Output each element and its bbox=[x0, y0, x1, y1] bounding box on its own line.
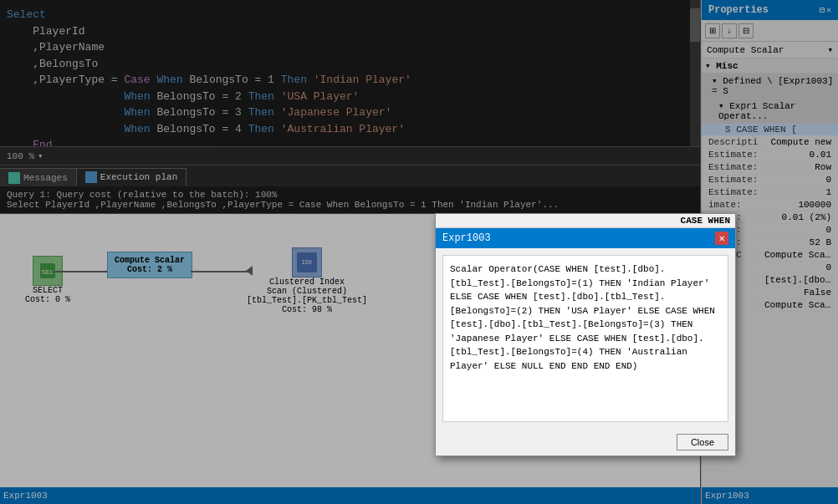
modal-close-x-button[interactable]: ✕ bbox=[715, 232, 728, 245]
modal-overlay: CASE WHEN Expr1003 ✕ Scalar Operator(CAS… bbox=[0, 0, 838, 504]
modal-title: Expr1003 bbox=[442, 232, 491, 244]
modal-title-bar: Expr1003 ✕ bbox=[436, 228, 735, 248]
modal-close-button[interactable]: Close bbox=[677, 434, 728, 451]
case-when-label: CASE WHEN bbox=[681, 216, 730, 226]
modal-footer: Close bbox=[436, 429, 735, 456]
modal-body: Scalar Operator(CASE WHEN [test].[dbo].[… bbox=[442, 255, 728, 422]
expr-modal: CASE WHEN Expr1003 ✕ Scalar Operator(CAS… bbox=[435, 213, 736, 456]
modal-content: Scalar Operator(CASE WHEN [test].[dbo].[… bbox=[450, 264, 715, 371]
modal-body-scroll[interactable]: Scalar Operator(CASE WHEN [test].[dbo].[… bbox=[450, 262, 721, 373]
